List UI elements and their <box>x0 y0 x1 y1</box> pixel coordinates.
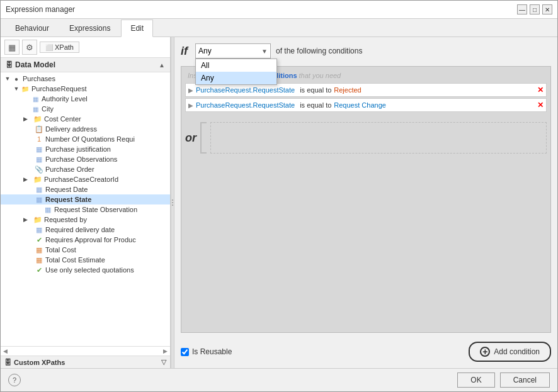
tree-item-number-quotations[interactable]: 1 Number Of Quotations Requi <box>1 134 170 144</box>
field-icon-requires-approval: ✔ <box>35 235 43 244</box>
folder-icon-purchase-request: 📁 <box>21 84 30 93</box>
collapse-icon[interactable]: ▲ <box>159 62 165 69</box>
row1-arrow-icon: ▶ <box>188 87 193 94</box>
conditions-box: Insert in this field all the conditions … <box>181 66 551 333</box>
dropdown-trigger[interactable]: Any ▼ <box>195 43 271 59</box>
field-icon-quotations: 1 <box>35 135 43 143</box>
if-header-row: if Any ▼ All Any of the following condit… <box>181 43 551 59</box>
divider-dot-2 <box>172 202 173 203</box>
tree-item-use-only-selected[interactable]: ✔ Use only selected quotations <box>1 265 170 275</box>
option-any[interactable]: Any <box>196 72 276 84</box>
tree-item-request-state[interactable]: ▦ Request State <box>1 194 170 204</box>
is-reusable-section: Is Reusable <box>181 347 232 356</box>
field-icon-state-obs: ▦ <box>43 205 52 214</box>
any-all-dropdown[interactable]: Any ▼ All Any <box>195 43 271 59</box>
field-icon-required-delivery: ▦ <box>35 225 43 234</box>
row2-arrow-icon: ▶ <box>188 102 193 109</box>
expression-manager-window: Expression manager — □ ✕ Behaviour Expre… <box>0 0 558 392</box>
if-label: if <box>181 45 188 58</box>
left-toolbar: ▦ ⚙ ⬜ XPath <box>1 37 170 58</box>
folder-icon-cost-center: 📁 <box>33 115 42 123</box>
tab-edit[interactable]: Edit <box>121 20 153 37</box>
dropdown-arrow-icon: ▼ <box>261 48 268 55</box>
tree-item-required-delivery[interactable]: ▦ Required delivery date <box>1 225 170 235</box>
tree-item-requires-approval[interactable]: ✔ Requires Approval for Produc <box>1 235 170 245</box>
xpath-icon: ⬜ <box>45 44 53 51</box>
tree-item-delivery-address[interactable]: 📋 Delivery address <box>1 124 170 134</box>
row1-delete-button[interactable]: ✕ <box>537 86 544 94</box>
title-bar-controls: — □ ✕ <box>517 4 552 14</box>
tree-item-requested-by[interactable]: ▶ 📁 Requested by <box>1 215 170 225</box>
exp-case-creator: ▶ <box>21 175 30 184</box>
option-all[interactable]: All <box>196 59 276 72</box>
add-condition-label: Add condition <box>494 347 540 356</box>
tree-item-total-cost-estimate[interactable]: ▦ Total Cost Estimate <box>1 255 170 265</box>
window-title: Expression manager <box>6 5 75 14</box>
row2-delete-button[interactable]: ✕ <box>537 101 544 109</box>
tree-item-purchase-case-creator[interactable]: ▶ 📁 PurchaseCaseCreatorId <box>1 174 170 184</box>
help-button[interactable]: ? <box>8 374 21 386</box>
ok-button[interactable]: OK <box>457 372 494 388</box>
minimize-button[interactable]: — <box>517 4 527 14</box>
tree-item-purchases[interactable]: ▼ ● Purchases <box>1 74 170 84</box>
row2-field: PurchaseRequest.RequestState <box>196 101 295 109</box>
tree-item-purchase-observations[interactable]: ▦ Purchase Observations <box>1 154 170 164</box>
maximize-button[interactable]: □ <box>530 4 540 14</box>
right-panel: if Any ▼ All Any of the following condit… <box>174 37 557 368</box>
grid-icon-button[interactable]: ▦ <box>4 40 20 55</box>
add-condition-button[interactable]: + Add condition <box>469 342 551 362</box>
dropdown-options-list: All Any <box>195 59 277 85</box>
tree-container: ▼ ● Purchases ▼ 📁 PurchaseRequest ▦ Auth… <box>1 72 170 346</box>
field-icon-request-date: ▦ <box>35 185 43 194</box>
tree-item-request-state-obs[interactable]: ▦ Request State Observation <box>1 204 170 215</box>
tree-item-purchase-request[interactable]: ▼ 📁 PurchaseRequest <box>1 84 170 94</box>
tree-item-purchase-order[interactable]: 📎 Purchase Order <box>1 164 170 174</box>
data-model-header: 🗄 Data Model ▲ <box>1 58 170 72</box>
tab-bar: Behaviour Expressions Edit <box>1 19 557 37</box>
custom-xpath-section: 🗄 Custom XPaths ▽ <box>1 356 170 368</box>
tree-scroll-controls: ◀ ▶ <box>1 346 170 356</box>
expander-purchases: ▼ <box>3 74 12 83</box>
divider-dot-1 <box>172 199 173 201</box>
is-reusable-checkbox[interactable] <box>181 348 189 356</box>
row2-value: Request Change <box>334 101 386 109</box>
or-bracket <box>200 122 207 154</box>
cancel-button[interactable]: Cancel <box>500 372 550 388</box>
row1-operator: is equal to <box>300 86 331 94</box>
field-icon-total-cost: ▦ <box>35 245 43 254</box>
title-bar: Expression manager — □ ✕ <box>1 1 557 19</box>
is-reusable-label: Is Reusable <box>192 347 232 356</box>
field-icon-total-cost-estimate: ▦ <box>35 255 43 264</box>
content-area: ▦ ⚙ ⬜ XPath 🗄 Data Model ▲ <box>1 37 557 368</box>
tree-item-authority-level[interactable]: ▦ Authority Level <box>1 94 170 104</box>
folder-icon-purchases: ● <box>12 74 21 83</box>
tab-behaviour[interactable]: Behaviour <box>6 20 59 37</box>
collapse-xpath-icon[interactable]: ▽ <box>161 358 166 366</box>
gear-icon-button[interactable]: ⚙ <box>22 40 37 55</box>
exp-cost-center: ▶ <box>21 115 30 123</box>
left-panel: ▦ ⚙ ⬜ XPath 🗄 Data Model ▲ <box>1 37 171 368</box>
or-section: or <box>185 122 547 154</box>
tree-item-cost-center[interactable]: ▶ 📁 Cost Center <box>1 114 170 124</box>
close-button[interactable]: ✕ <box>542 4 552 14</box>
tree-item-total-cost[interactable]: ▦ Total Cost <box>1 245 170 255</box>
xpath-button[interactable]: ⬜ XPath <box>40 42 79 53</box>
or-empty-area <box>210 122 547 154</box>
title-bar-left: Expression manager <box>6 5 75 14</box>
database-icon: 🗄 <box>6 61 13 69</box>
condition-row-1[interactable]: ▶ PurchaseRequest.RequestState is equal … <box>185 83 547 97</box>
plus-icon: + <box>480 347 490 357</box>
tree-item-city[interactable]: ▦ City <box>1 104 170 114</box>
field-icon-city: ▦ <box>31 104 40 113</box>
gear-icon: ⚙ <box>26 43 33 52</box>
condition-row-2[interactable]: ▶ PurchaseRequest.RequestState is equal … <box>185 98 547 112</box>
tree-item-request-date[interactable]: ▦ Request Date <box>1 184 170 194</box>
field-icon-use-only-selected: ✔ <box>35 266 43 274</box>
folder-icon-requested-by: 📁 <box>33 215 42 224</box>
footer-bar: ? OK Cancel <box>1 368 557 391</box>
tab-expressions[interactable]: Expressions <box>60 20 120 37</box>
tree-item-purchase-justification[interactable]: ▦ Purchase justification <box>1 144 170 154</box>
footer-buttons: OK Cancel <box>457 372 550 388</box>
custom-xpath-label: 🗄 Custom XPaths <box>4 359 65 366</box>
grid-icon: ▦ <box>8 43 16 52</box>
